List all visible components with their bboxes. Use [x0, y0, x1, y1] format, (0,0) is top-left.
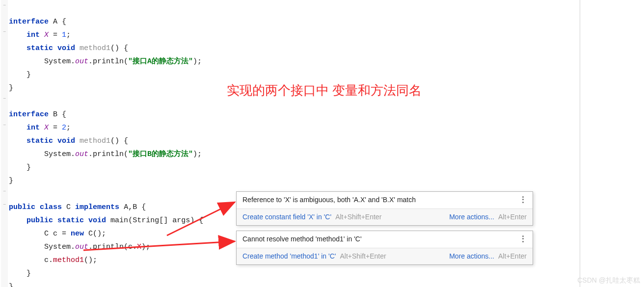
- keyword-interface: interface: [9, 18, 49, 26]
- error-method1-ref[interactable]: method1: [53, 256, 84, 264]
- annotation-text: 实现的两个接口中 变量和方法同名: [227, 82, 422, 99]
- more-actions-link[interactable]: More actions...: [449, 252, 494, 260]
- shortcut-text: Alt+Enter: [498, 252, 527, 260]
- quick-fix-link[interactable]: Create constant field 'X' in 'C': [242, 213, 331, 221]
- source-code[interactable]: interface A { int X = 1; static void met…: [9, 2, 203, 287]
- keyword-interface: interface: [9, 110, 49, 119]
- field-X: X: [44, 124, 49, 132]
- field-X: X: [44, 31, 49, 39]
- tooltip-message: Reference to 'X' is ambiguous, both 'A.X…: [242, 196, 416, 204]
- editor-gutter: [1, 0, 8, 287]
- shortcut-text: Alt+Shift+Enter: [335, 213, 381, 221]
- keyword-int: int: [27, 31, 40, 39]
- shortcut-text: Alt+Shift+Enter: [340, 252, 386, 260]
- watermark-text: CSDN @扎哇太枣糕: [577, 276, 640, 285]
- more-actions-link[interactable]: More actions...: [449, 213, 494, 221]
- shortcut-text: Alt+Enter: [498, 213, 527, 221]
- more-options-icon[interactable]: [519, 196, 527, 204]
- error-X-ref[interactable]: X: [137, 243, 141, 251]
- quick-fix-link[interactable]: Create method 'method1' in 'C': [242, 252, 336, 260]
- error-tooltip-unresolved-method1: Cannot resolve method 'method1' in 'C' C…: [236, 231, 533, 265]
- more-options-icon[interactable]: [519, 235, 527, 243]
- error-tooltip-ambiguous-x: Reference to 'X' is ambiguous, both 'A.X…: [236, 191, 533, 226]
- tooltip-message: Cannot resolve method 'method1' in 'C': [242, 235, 362, 243]
- method-method1: method1: [80, 44, 110, 52]
